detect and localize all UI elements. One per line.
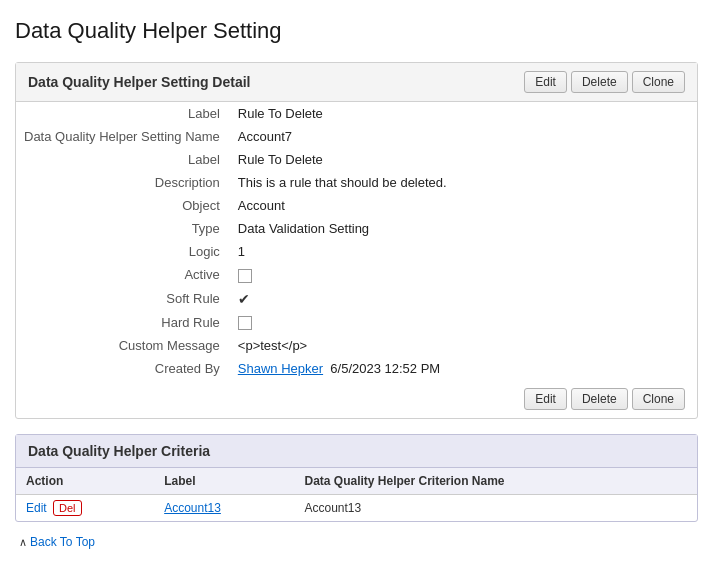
criteria-table-header-row: Action Label Data Quality Helper Criteri… <box>16 468 697 495</box>
field-value-hardrule <box>230 311 697 335</box>
criteria-label-link[interactable]: Account13 <box>164 501 221 515</box>
top-delete-button[interactable]: Delete <box>571 71 628 93</box>
criteria-action-cell: Edit Del <box>16 495 154 522</box>
bottom-button-group: Edit Delete Clone <box>16 380 697 418</box>
field-value-description: This is a rule that should be deleted. <box>230 171 697 194</box>
field-value-settingname: Account7 <box>230 125 697 148</box>
field-label-softrule: Soft Rule <box>16 287 230 311</box>
top-clone-button[interactable]: Clone <box>632 71 685 93</box>
field-label-createdby: Created By <box>16 357 230 380</box>
col-criterion-name: Data Quality Helper Criterion Name <box>294 468 697 495</box>
top-edit-button[interactable]: Edit <box>524 71 567 93</box>
bottom-clone-button[interactable]: Clone <box>632 388 685 410</box>
field-row-custommessage: Custom Message <p>test</p> <box>16 334 697 357</box>
field-row-hardrule: Hard Rule <box>16 311 697 335</box>
criteria-label-cell: Account13 <box>154 495 294 522</box>
field-row-type: Type Data Validation Setting <box>16 217 697 240</box>
field-label-hardrule: Hard Rule <box>16 311 230 335</box>
top-button-group: Edit Delete Clone <box>524 71 685 93</box>
field-row-label1: Label Rule To Delete <box>16 102 697 125</box>
field-row-createdby: Created By Shawn Hepker 6/5/2023 12:52 P… <box>16 357 697 380</box>
field-label-label1: Label <box>16 102 230 125</box>
bottom-delete-button[interactable]: Delete <box>571 388 628 410</box>
detail-section-title: Data Quality Helper Setting Detail <box>28 74 251 90</box>
field-value-logic: 1 <box>230 240 697 263</box>
criteria-section-title: Data Quality Helper Criteria <box>28 443 210 459</box>
back-to-top-link[interactable]: Back To Top <box>30 535 95 549</box>
field-row-settingname: Data Quality Helper Setting Name Account… <box>16 125 697 148</box>
field-label-label2: Label <box>16 148 230 171</box>
field-value-custommessage: <p>test</p> <box>230 334 697 357</box>
field-row-logic: Logic 1 <box>16 240 697 263</box>
field-value-type: Data Validation Setting <box>230 217 697 240</box>
criteria-del-button[interactable]: Del <box>53 500 82 516</box>
hardrule-checkbox <box>238 316 252 330</box>
field-row-description: Description This is a rule that should b… <box>16 171 697 194</box>
softrule-checkmark: ✔ <box>238 291 250 307</box>
detail-section-header: Data Quality Helper Setting Detail Edit … <box>16 63 697 102</box>
field-value-label1: Rule To Delete <box>230 102 697 125</box>
col-label: Label <box>154 468 294 495</box>
criteria-table: Action Label Data Quality Helper Criteri… <box>16 468 697 521</box>
bottom-edit-button[interactable]: Edit <box>524 388 567 410</box>
back-arrow-icon: ∧ <box>19 536 30 548</box>
criteria-table-row: Edit Del Account13 Account13 <box>16 495 697 522</box>
field-label-logic: Logic <box>16 240 230 263</box>
field-value-createdby: Shawn Hepker 6/5/2023 12:52 PM <box>230 357 697 380</box>
field-value-label2: Rule To Delete <box>230 148 697 171</box>
detail-table: Label Rule To Delete Data Quality Helper… <box>16 102 697 380</box>
criteria-section: Data Quality Helper Criteria Action Labe… <box>15 434 698 522</box>
field-label-description: Description <box>16 171 230 194</box>
field-label-active: Active <box>16 263 230 287</box>
field-value-softrule: ✔ <box>230 287 697 311</box>
field-label-object: Object <box>16 194 230 217</box>
field-row-active: Active <box>16 263 697 287</box>
col-action: Action <box>16 468 154 495</box>
criteria-section-header: Data Quality Helper Criteria <box>16 435 697 468</box>
field-value-active <box>230 263 697 287</box>
detail-section: Data Quality Helper Setting Detail Edit … <box>15 62 698 419</box>
field-row-label2: Label Rule To Delete <box>16 148 697 171</box>
criteria-edit-link[interactable]: Edit <box>26 501 47 515</box>
field-value-object: Account <box>230 194 697 217</box>
field-row-object: Object Account <box>16 194 697 217</box>
field-row-softrule: Soft Rule ✔ <box>16 287 697 311</box>
field-label-settingname: Data Quality Helper Setting Name <box>16 125 230 148</box>
active-checkbox <box>238 269 252 283</box>
criteria-criterion-name-cell: Account13 <box>294 495 697 522</box>
created-by-link[interactable]: Shawn Hepker <box>238 361 323 376</box>
field-label-type: Type <box>16 217 230 240</box>
page-title: Data Quality Helper Setting <box>15 18 698 44</box>
field-label-custommessage: Custom Message <box>16 334 230 357</box>
back-to-top-row: ∧ Back To Top <box>19 534 698 549</box>
